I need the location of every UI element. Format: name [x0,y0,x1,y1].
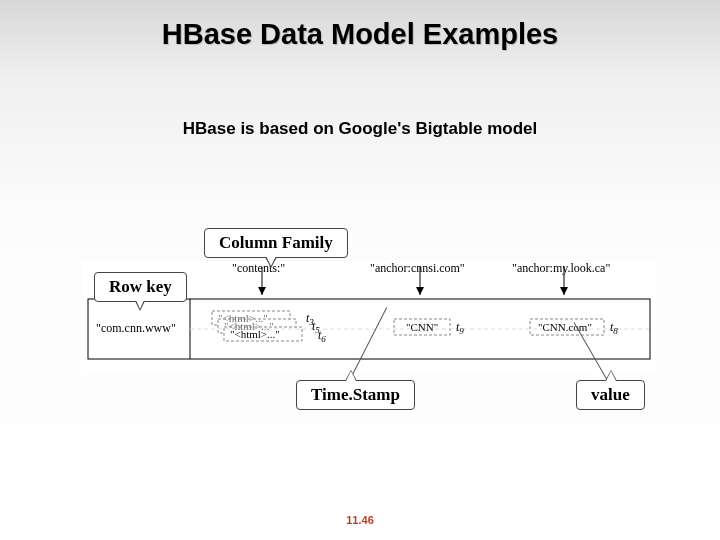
callout-tail-icon [265,257,277,268]
page-title: HBase Data Model Examples [0,0,720,51]
callout-tail-icon [605,370,617,381]
cell-value: "CNN.com" [538,321,592,333]
cell-value: "<html>..." [230,328,280,340]
callout-label: Column Family [219,233,333,252]
slide-number: 11.46 [0,514,720,526]
timestamp-label: t8 [610,320,618,336]
callout-label: Row key [109,277,172,296]
callout-label: Time.Stamp [311,385,400,404]
timestamp-label: t9 [456,320,464,336]
svg-marker-7 [560,287,568,295]
callout-row-key: Row key [94,272,187,302]
callout-label: value [591,385,630,404]
callout-tail-icon [135,301,145,311]
svg-marker-5 [258,287,266,295]
callout-tail-icon [345,370,357,381]
timestamp-label: t6 [318,328,326,344]
cell-value: "CNN" [406,321,438,333]
ts-sub: 8 [613,326,618,336]
page-subtitle: HBase is based on Google's Bigtable mode… [0,119,720,139]
ts-sub: 6 [321,334,326,344]
svg-marker-6 [416,287,424,295]
row-key-value: "com.cnn.www" [96,321,176,336]
callout-value: value [576,380,645,410]
callout-timestamp: Time.Stamp [296,380,415,410]
callout-column-family: Column Family [204,228,348,258]
ts-sub: 9 [459,326,464,336]
column-header: "anchor:cnnsi.com" [370,261,465,276]
column-header: "contents:" [232,261,285,276]
column-header: "anchor:my.look.ca" [512,261,610,276]
